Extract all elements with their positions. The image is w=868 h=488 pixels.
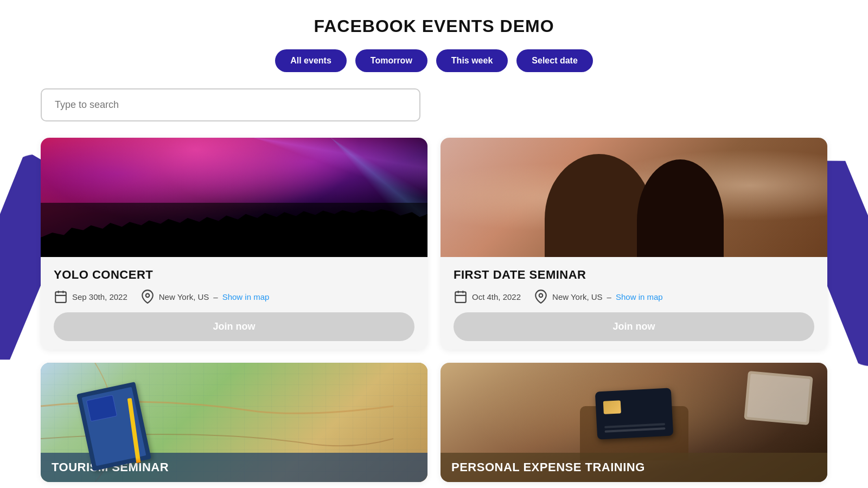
event-image-concert xyxy=(41,138,427,257)
show-in-map-seminar[interactable]: Show in map xyxy=(616,292,663,301)
filter-all-events[interactable]: All events xyxy=(275,49,347,72)
event-meta-seminar: Oct 4th, 2022 New York, US – Show in map xyxy=(454,290,814,304)
calendar-icon-seminar xyxy=(454,290,468,304)
event-location-sep-seminar: – xyxy=(607,292,611,301)
event-title-seminar: FIRST DATE SEMINAR xyxy=(454,268,814,282)
event-location-concert: New York, US – Show in map xyxy=(141,290,270,304)
credit-card-visual xyxy=(595,388,673,439)
filter-this-week[interactable]: This week xyxy=(436,49,508,72)
event-title-expense: PERSONAL EXPENSE TRAINING xyxy=(441,453,827,482)
event-body-concert: YOLO CONCERT Sep 30th, 2022 xyxy=(41,257,427,350)
show-in-map-concert[interactable]: Show in map xyxy=(222,292,270,301)
calendar-icon xyxy=(54,290,68,304)
event-location-text-seminar: New York, US xyxy=(552,292,603,301)
location-icon-concert xyxy=(141,290,155,304)
join-button-seminar[interactable]: Join now xyxy=(454,312,814,341)
svg-point-4 xyxy=(146,294,150,298)
filter-bar: All events Tomorrow This week Select dat… xyxy=(0,49,868,72)
search-container xyxy=(0,88,868,121)
event-title-concert: YOLO CONCERT xyxy=(54,268,414,282)
event-date-concert: Sep 30th, 2022 xyxy=(54,290,127,304)
event-location-sep-concert: – xyxy=(213,292,218,301)
location-icon-seminar xyxy=(534,290,548,304)
event-date-text-seminar: Oct 4th, 2022 xyxy=(472,292,521,301)
page-title: FACEBOOK EVENTS DEMO xyxy=(0,16,868,36)
events-grid: YOLO CONCERT Sep 30th, 2022 xyxy=(0,138,868,482)
search-input[interactable] xyxy=(41,88,420,121)
event-date-text-concert: Sep 30th, 2022 xyxy=(72,292,127,301)
event-location-text-concert: New York, US xyxy=(159,292,209,301)
filter-tomorrow[interactable]: Tomorrow xyxy=(355,49,427,72)
event-body-seminar: FIRST DATE SEMINAR Oct 4th, 2022 xyxy=(441,257,827,350)
event-card-yolo-concert[interactable]: YOLO CONCERT Sep 30th, 2022 xyxy=(41,138,427,350)
event-card-expense[interactable]: PERSONAL EXPENSE TRAINING xyxy=(441,363,827,482)
svg-rect-0 xyxy=(55,292,66,303)
svg-rect-5 xyxy=(455,292,466,303)
event-location-seminar: New York, US – Show in map xyxy=(534,290,663,304)
event-card-tourism[interactable]: TOURISM SEMINAR xyxy=(41,363,427,482)
event-card-first-date[interactable]: FIRST DATE SEMINAR Oct 4th, 2022 xyxy=(441,138,827,350)
tablet-shape xyxy=(744,371,813,425)
event-date-seminar: Oct 4th, 2022 xyxy=(454,290,521,304)
event-meta-concert: Sep 30th, 2022 New York, US – Show in ma… xyxy=(54,290,414,304)
join-button-concert[interactable]: Join now xyxy=(54,312,414,341)
event-image-couple xyxy=(441,138,827,257)
person-right-silhouette xyxy=(637,159,724,257)
svg-point-9 xyxy=(539,294,543,298)
filter-select-date[interactable]: Select date xyxy=(516,49,592,72)
